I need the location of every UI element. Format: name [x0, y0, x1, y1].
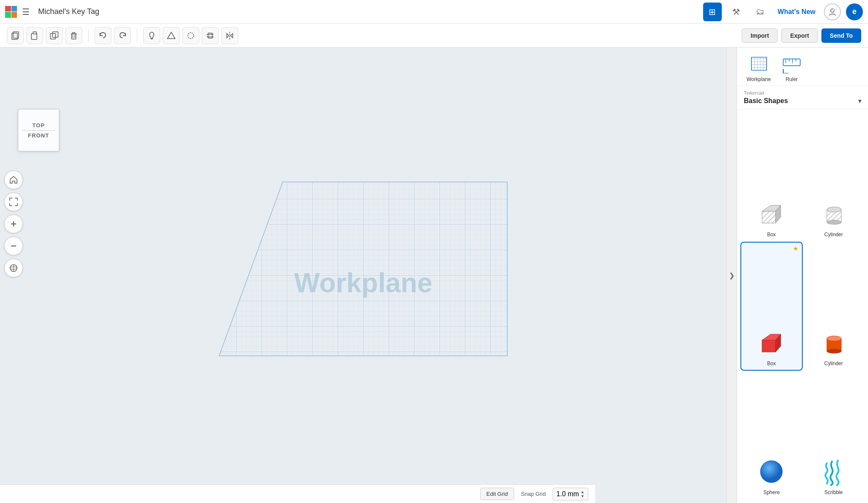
undo-button[interactable] — [95, 27, 111, 44]
home-icon — [9, 175, 18, 184]
zoom-in-button[interactable] — [4, 215, 23, 233]
svg-text:Workplane: Workplane — [294, 268, 432, 298]
svg-marker-31 — [751, 57, 767, 70]
shape-scribble[interactable]: Scribble — [803, 371, 865, 500]
fit-view-button[interactable] — [4, 193, 23, 211]
collapse-icon: ❯ — [729, 271, 734, 279]
bottom-bar: Edit Grid Snap Grid 1.0 mm ▲ ▼ — [0, 484, 595, 503]
shape-cylinder-orange-img — [818, 327, 849, 358]
shape-box-grey-img — [756, 198, 787, 229]
orbit-button[interactable] — [4, 259, 23, 277]
shape-outline-button[interactable] — [163, 27, 180, 44]
export-button[interactable]: Export — [781, 28, 818, 43]
toolbar: Import Export Send To — [0, 24, 868, 48]
shape-outline-icon — [167, 31, 176, 40]
svg-text:+: + — [834, 8, 836, 11]
lightbulb-button[interactable] — [143, 27, 160, 44]
briefcase-button[interactable]: 🗂 — [751, 3, 769, 21]
panel-collapse-handle[interactable]: ❯ — [726, 48, 737, 503]
delete-icon — [69, 31, 78, 40]
topbar: ☰ Michael's Key Tag ⊞ ⚒ 🗂 What's New + e — [0, 0, 868, 24]
svg-point-50 — [827, 336, 841, 341]
shape-scribble-label: Scribble — [824, 489, 843, 495]
svg-point-43 — [827, 220, 841, 224]
project-title[interactable]: Michael's Key Tag — [38, 7, 99, 16]
ruler-tool[interactable]: Ruler — [777, 54, 807, 82]
cylinder-orange-svg — [819, 328, 848, 357]
hole-button[interactable] — [182, 27, 199, 44]
category-dropdown[interactable]: Basic Shapes ▾ — [744, 97, 861, 105]
svg-marker-45 — [762, 340, 776, 352]
zoom-out-button[interactable] — [4, 237, 23, 255]
delete-button[interactable] — [65, 27, 82, 44]
whats-new-link[interactable]: What's New — [774, 8, 819, 16]
logo-br — [11, 12, 17, 18]
svg-rect-6 — [33, 32, 36, 34]
shape-box-grey[interactable]: Box — [740, 113, 803, 242]
workplane-tool-icon — [747, 54, 771, 75]
hole-icon — [186, 31, 195, 40]
svg-rect-17 — [208, 33, 212, 38]
dropdown-arrow-icon: ▾ — [858, 98, 861, 104]
workplane-tool[interactable]: Workplane — [744, 54, 773, 82]
orbit-icon — [9, 263, 18, 273]
list-view-icon[interactable]: ☰ — [22, 7, 30, 17]
workplane-tool-label: Workplane — [746, 76, 771, 82]
snap-value-control[interactable]: 1.0 mm ▲ ▼ — [553, 488, 588, 500]
user-icon: + — [828, 8, 837, 16]
shape-cylinder-orange[interactable]: Cylinder — [803, 242, 865, 371]
sphere-svg — [757, 457, 786, 486]
zoom-in-icon — [9, 219, 18, 229]
user-account-button[interactable]: + — [824, 3, 841, 20]
copy-button[interactable] — [7, 27, 24, 44]
hammer-button[interactable]: ⚒ — [727, 3, 746, 21]
svg-point-14 — [188, 33, 194, 39]
favorite-star-box-red[interactable]: ★ — [793, 245, 798, 252]
fit-icon — [9, 197, 18, 207]
shape-sphere-img — [756, 456, 787, 487]
right-panel: Workplane Ruler — [737, 48, 868, 503]
shape-cylinder-orange-label: Cylinder — [824, 360, 843, 366]
orient-front-label: FRONT — [28, 132, 49, 139]
import-button[interactable]: Import — [742, 28, 778, 43]
align-button[interactable] — [202, 27, 219, 44]
snap-arrows[interactable]: ▲ ▼ — [581, 490, 584, 498]
home-view-button[interactable] — [4, 170, 23, 189]
sendto-button[interactable]: Send To — [821, 28, 861, 43]
svg-rect-5 — [31, 34, 37, 39]
logo — [5, 6, 17, 18]
redo-button[interactable] — [114, 27, 131, 44]
ruler-tool-icon — [780, 54, 804, 75]
svg-marker-38 — [762, 211, 776, 223]
mirror-button[interactable] — [221, 27, 238, 44]
box-red-svg — [757, 328, 786, 357]
scribble-svg — [819, 457, 848, 486]
shape-cylinder-grey-img — [818, 198, 849, 229]
paste-button[interactable] — [26, 27, 43, 44]
logo-squares — [5, 6, 17, 18]
logo-tl — [5, 6, 11, 12]
svg-point-49 — [827, 349, 841, 353]
toolbar-divider-1 — [88, 29, 89, 42]
grid-view-button[interactable]: ⊞ — [703, 3, 722, 21]
canvas-area[interactable]: TOP FRONT — [0, 48, 726, 503]
logo-bl — [5, 12, 11, 18]
shape-sphere[interactable]: Sphere — [740, 371, 803, 500]
edit-grid-button[interactable]: Edit Grid — [480, 488, 515, 500]
shape-cylinder-grey[interactable]: Cylinder — [803, 113, 865, 242]
copy-icon — [11, 31, 20, 40]
svg-marker-19 — [227, 34, 229, 38]
shape-box-red[interactable]: ★ Box — [740, 242, 803, 371]
toolbar-right: Import Export Send To — [742, 28, 861, 43]
snap-grid-label: Snap Grid — [521, 491, 546, 497]
orientation-cube[interactable]: TOP FRONT — [18, 109, 60, 156]
svg-point-51 — [760, 461, 782, 483]
workplane-grid: Workplane — [211, 173, 516, 377]
box-grey-svg — [757, 199, 786, 228]
redo-icon — [118, 31, 127, 40]
duplicate-button[interactable] — [46, 27, 63, 44]
autodesk-account-button[interactable]: e — [846, 3, 863, 20]
svg-marker-20 — [231, 34, 233, 38]
shape-scribble-img — [818, 456, 849, 487]
svg-point-44 — [827, 207, 841, 212]
